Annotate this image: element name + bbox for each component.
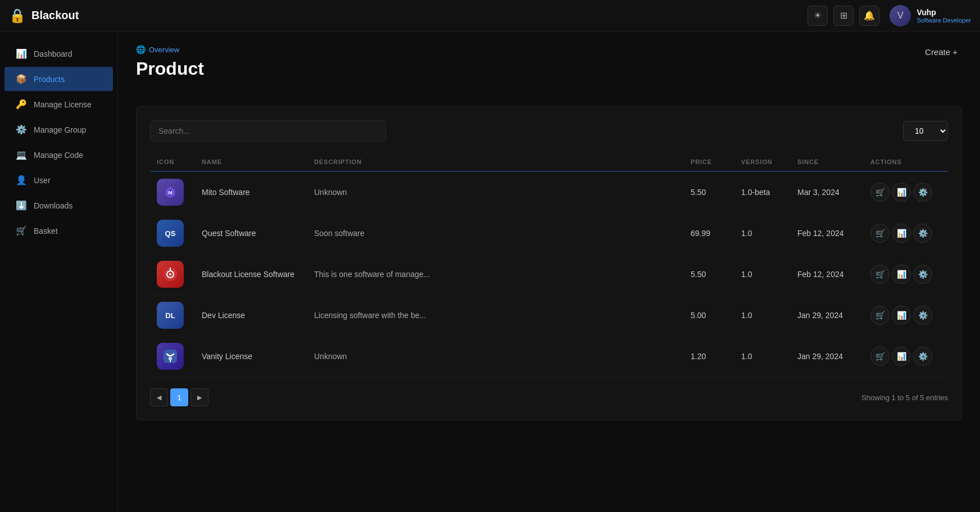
sidebar-label-products: Products	[34, 75, 65, 84]
settings-button-2[interactable]: ⚙️	[913, 224, 932, 243]
settings-button-3[interactable]: ⚙️	[913, 265, 932, 284]
product-icon-5	[157, 343, 184, 370]
cell-price-5: 1.20	[684, 336, 734, 377]
manage-group-icon: ⚙️	[16, 124, 27, 135]
settings-button-5[interactable]: ⚙️	[913, 347, 932, 366]
cell-icon-3	[150, 254, 195, 295]
top-navigation: 🔒 Blackout ☀ ⊞ 🔔 V Vuhp Software Develop…	[0, 0, 980, 31]
sidebar-label-manage-code: Manage Code	[34, 151, 83, 160]
user-role: Software Developer	[917, 17, 971, 24]
next-page-button[interactable]: ▶	[190, 388, 208, 406]
cell-name-4: Dev License	[195, 295, 307, 336]
sidebar-item-downloads[interactable]: ⬇️ Downloads	[4, 193, 113, 218]
sidebar-item-manage-group[interactable]: ⚙️ Manage Group	[4, 117, 113, 142]
breadcrumb-text: Overview	[149, 46, 179, 54]
basket-icon: 🛒	[16, 225, 27, 236]
stats-button-3[interactable]: 📊	[892, 265, 911, 284]
theme-toggle-button[interactable]: ☀	[807, 6, 828, 26]
prev-page-button[interactable]: ◀	[150, 388, 168, 406]
topnav-actions: ☀ ⊞ 🔔 V Vuhp Software Developer	[807, 5, 971, 26]
sidebar-label-user: User	[34, 176, 51, 185]
sidebar-item-manage-license[interactable]: 🔑 Manage License	[4, 92, 113, 116]
col-header-price: PRICE	[684, 153, 734, 171]
sidebar-item-manage-code[interactable]: 💻 Manage Code	[4, 143, 113, 167]
stats-button-4[interactable]: 📊	[892, 306, 911, 325]
page-title: Product	[136, 58, 204, 79]
table-row: Blackout License Software This is one so…	[150, 254, 948, 295]
layout-toggle-button[interactable]: ⊞	[833, 6, 854, 26]
per-page-select[interactable]: 10 25 50	[903, 121, 948, 141]
cell-icon-2: QS	[150, 213, 195, 254]
logo-icon: 🔒	[9, 8, 26, 24]
create-button[interactable]: Create +	[920, 45, 962, 59]
sidebar-item-basket[interactable]: 🛒 Basket	[4, 219, 113, 243]
cell-version-4: 1.0	[734, 295, 791, 336]
sun-icon: ☀	[814, 10, 822, 21]
cell-icon-1: M	[150, 171, 195, 213]
breadcrumb: 🌐 Overview	[136, 45, 204, 54]
sidebar: 📊 Dashboard 📦 Products 🔑 Manage License …	[0, 31, 118, 512]
breadcrumb-icon: 🌐	[136, 45, 146, 54]
pagination-info: Showing 1 to 5 of 5 entries	[861, 393, 948, 402]
user-profile: V Vuhp Software Developer	[890, 5, 971, 26]
user-info: Vuhp Software Developer	[917, 8, 971, 24]
page-header: 🌐 Overview Product Create +	[136, 45, 962, 93]
sidebar-item-products[interactable]: 📦 Products	[4, 67, 113, 91]
dashboard-icon: 📊	[16, 48, 27, 59]
cell-price-1: 5.50	[684, 171, 734, 213]
sidebar-label-basket: Basket	[34, 226, 58, 235]
cell-since-4: Jan 29, 2024	[791, 295, 864, 336]
cell-price-2: 69.99	[684, 213, 734, 254]
products-icon: 📦	[16, 74, 27, 84]
purchase-button-1[interactable]: 🛒	[870, 183, 890, 202]
purchase-button-5[interactable]: 🛒	[870, 347, 890, 366]
cell-since-3: Feb 12, 2024	[791, 254, 864, 295]
pagination-controls: ◀ 1 ▶	[150, 388, 208, 406]
app-name: Blackout	[31, 9, 79, 22]
cell-description-5: Unknown	[307, 336, 684, 377]
sidebar-item-user[interactable]: 👤 User	[4, 168, 113, 192]
downloads-icon: ⬇️	[16, 200, 27, 211]
cell-icon-4: DL	[150, 295, 195, 336]
table-row: M Mito Software Unknown 5.50 1.0-beta Ma…	[150, 171, 948, 213]
stats-button-5[interactable]: 📊	[892, 347, 911, 366]
page-1-button[interactable]: 1	[170, 388, 188, 406]
notification-button[interactable]: 🔔	[859, 6, 879, 26]
stats-button-1[interactable]: 📊	[892, 183, 911, 202]
cell-description-3: This is one software of manage...	[307, 254, 684, 295]
settings-button-1[interactable]: ⚙️	[913, 183, 932, 202]
table-row: QS Quest Software Soon software 69.99 1.…	[150, 213, 948, 254]
cell-version-5: 1.0	[734, 336, 791, 377]
cell-version-2: 1.0	[734, 213, 791, 254]
cell-price-3: 5.50	[684, 254, 734, 295]
cell-since-2: Feb 12, 2024	[791, 213, 864, 254]
svg-text:M: M	[168, 190, 173, 196]
sidebar-item-dashboard[interactable]: 📊 Dashboard	[4, 42, 113, 66]
cell-name-5: Vanity License	[195, 336, 307, 377]
pagination: ◀ 1 ▶ Showing 1 to 5 of 5 entries	[150, 388, 948, 406]
col-header-version: VERSION	[734, 153, 791, 171]
svg-point-5	[169, 273, 171, 275]
cell-actions-2: 🛒 📊 ⚙️	[864, 213, 948, 254]
cell-name-3: Blackout License Software	[195, 254, 307, 295]
purchase-button-3[interactable]: 🛒	[870, 265, 890, 284]
cell-price-4: 5.00	[684, 295, 734, 336]
cell-since-1: Mar 3, 2024	[791, 171, 864, 213]
purchase-button-2[interactable]: 🛒	[870, 224, 890, 243]
purchase-button-4[interactable]: 🛒	[870, 306, 890, 325]
stats-button-2[interactable]: 📊	[892, 224, 911, 243]
product-icon-2: QS	[157, 220, 184, 247]
products-card: 10 25 50 ICON NAME DESCRIPTION PRICE VER…	[136, 106, 962, 420]
cell-actions-4: 🛒 📊 ⚙️	[864, 295, 948, 336]
col-header-actions: ACTIONS	[864, 153, 948, 171]
products-table: ICON NAME DESCRIPTION PRICE VERSION SINC…	[150, 153, 948, 377]
cell-version-1: 1.0-beta	[734, 171, 791, 213]
avatar: V	[890, 5, 911, 26]
settings-button-4[interactable]: ⚙️	[913, 306, 932, 325]
sidebar-label-dashboard: Dashboard	[34, 49, 72, 58]
cell-description-2: Soon software	[307, 213, 684, 254]
product-icon-4: DL	[157, 302, 184, 329]
cell-description-4: Licensing software with the be...	[307, 295, 684, 336]
username: Vuhp	[917, 8, 971, 17]
search-input[interactable]	[150, 120, 386, 142]
